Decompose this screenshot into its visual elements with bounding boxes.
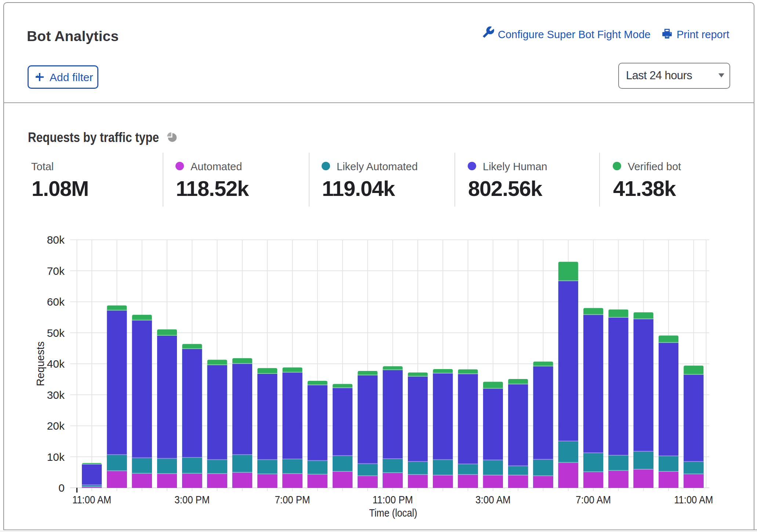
- svg-text:80k: 80k: [47, 234, 65, 246]
- svg-text:Time (local): Time (local): [369, 507, 417, 519]
- svg-text:11:00 PM: 11:00 PM: [373, 493, 413, 506]
- svg-text:0: 0: [58, 482, 65, 494]
- svg-text:11:00 AM: 11:00 AM: [72, 493, 111, 506]
- svg-text:50k: 50k: [47, 327, 65, 339]
- svg-text:40k: 40k: [47, 358, 65, 370]
- svg-text:7:00 AM: 7:00 AM: [576, 493, 611, 506]
- svg-text:11:00 AM: 11:00 AM: [674, 493, 713, 506]
- svg-text:30k: 30k: [47, 389, 65, 401]
- svg-text:3:00 AM: 3:00 AM: [475, 493, 511, 506]
- svg-text:Requests: Requests: [35, 342, 46, 386]
- svg-text:20k: 20k: [47, 420, 65, 432]
- svg-text:60k: 60k: [47, 296, 65, 308]
- svg-text:3:00 PM: 3:00 PM: [174, 493, 210, 506]
- svg-text:10k: 10k: [47, 451, 65, 463]
- svg-text:7:00 PM: 7:00 PM: [275, 493, 310, 506]
- svg-text:70k: 70k: [47, 265, 65, 277]
